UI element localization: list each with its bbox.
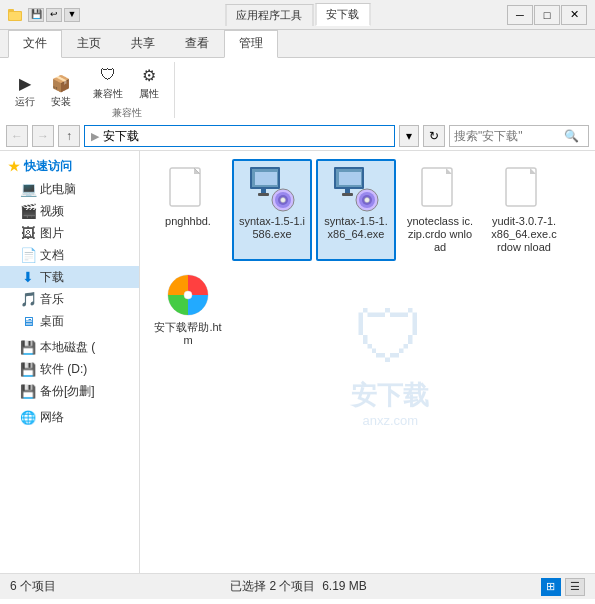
software-disk-icon: 💾 xyxy=(20,361,36,377)
sidebar-music-label: 音乐 xyxy=(40,291,64,308)
sidebar-video-label: 视频 xyxy=(40,203,64,220)
maximize-button[interactable]: □ xyxy=(534,5,560,25)
file-label-ynote: ynoteclass ic.zip.crdo wnload xyxy=(406,215,474,255)
props-label: 属性 xyxy=(139,87,159,101)
ribbon-install-btn[interactable]: 📦 安装 xyxy=(44,68,78,112)
file-area: 🛡 安下载 anxz.com pnghhbd. xyxy=(140,151,595,573)
undo-quick-btn[interactable]: ↩ xyxy=(46,8,62,22)
large-icon-view-btn[interactable]: ⊞ xyxy=(541,578,561,596)
file-label-yudit: yudit-3.0.7-1.x86_64.exe.crdow nload xyxy=(490,215,558,255)
tab-file[interactable]: 文件 xyxy=(8,30,62,58)
search-box[interactable]: 🔍 xyxy=(449,125,589,147)
tab-view[interactable]: 查看 xyxy=(170,30,224,57)
tab-home[interactable]: 主页 xyxy=(62,30,116,57)
window-controls: ─ □ ✕ xyxy=(507,5,587,25)
file-item-yudit[interactable]: yudit-3.0.7-1.x86_64.exe.crdow nload xyxy=(484,159,564,261)
svg-rect-2 xyxy=(9,12,21,20)
folder-title-icon xyxy=(8,7,24,23)
exe-icon-syntax-x86 xyxy=(332,165,380,213)
file-item-ynote[interactable]: ynoteclass ic.zip.crdo wnload xyxy=(400,159,480,261)
properties-quick-btn[interactable]: ▼ xyxy=(64,8,80,22)
run-label: 运行 xyxy=(15,95,35,109)
refresh-button[interactable]: ↻ xyxy=(423,125,445,147)
file-label-help: 安下载帮助.htm xyxy=(154,321,222,347)
sidebar-item-local-disk[interactable]: 💾 本地磁盘 ( xyxy=(0,336,139,358)
sidebar-pc-label: 此电脑 xyxy=(40,181,76,198)
status-bar: 6 个项目 已选择 2 个项目 6.19 MB ⊞ ☰ xyxy=(0,573,595,599)
sidebar-item-backup[interactable]: 💾 备份[勿删] xyxy=(0,380,139,402)
sidebar-pictures-label: 图片 xyxy=(40,225,64,242)
quick-access-label: 快速访问 xyxy=(24,158,72,175)
sidebar-network-label: 网络 xyxy=(40,409,64,426)
file-item-syntax-i586[interactable]: syntax-1.5-1.i586.exe xyxy=(232,159,312,261)
address-dropdown[interactable]: ▾ xyxy=(399,125,419,147)
sidebar-item-documents[interactable]: 📄 文档 xyxy=(0,244,139,266)
exe-icon-syntax-i586 xyxy=(248,165,296,213)
file-label-syntax-i586: syntax-1.5-1.i586.exe xyxy=(238,215,306,241)
sidebar-backup-label: 备份[勿删] xyxy=(40,383,95,400)
file-label-syntax-x86: syntax-1.5-1.x86_64.exe xyxy=(322,215,390,241)
sidebar-item-network[interactable]: 🌐 网络 xyxy=(0,406,139,428)
up-button[interactable]: ↑ xyxy=(58,125,80,147)
detail-view-btn[interactable]: ☰ xyxy=(565,578,585,596)
documents-icon: 📄 xyxy=(20,247,36,263)
backup-icon: 💾 xyxy=(20,383,36,399)
file-item-syntax-x86[interactable]: syntax-1.5-1.x86_64.exe xyxy=(316,159,396,261)
sidebar-item-pictures[interactable]: 🖼 图片 xyxy=(0,222,139,244)
local-disk-icon: 💾 xyxy=(20,339,36,355)
compat-label: 兼容性 xyxy=(93,87,123,101)
sidebar-item-downloads[interactable]: ⬇ 下载 xyxy=(0,266,139,288)
tab-download[interactable]: 安下载 xyxy=(315,3,370,26)
ribbon-group-label: 兼容性 xyxy=(112,106,142,120)
ribbon-properties-btn[interactable]: ⚙ 属性 xyxy=(132,60,166,104)
svg-point-19 xyxy=(184,291,192,299)
title-tabs: 应用程序工具 安下载 xyxy=(225,3,370,26)
file-item-pnghhbd[interactable]: pnghhbd. xyxy=(148,159,228,261)
minimize-button[interactable]: ─ xyxy=(507,5,533,25)
tab-share[interactable]: 共享 xyxy=(116,30,170,57)
ribbon-tabs: 文件 主页 共享 查看 管理 xyxy=(0,30,595,58)
watermark-sub: anxz.com xyxy=(351,413,429,428)
tab-manage[interactable]: 管理 xyxy=(224,30,278,58)
main-layout: ★ 快速访问 💻 此电脑 🎬 视频 🖼 图片 📄 文档 ⬇ 下载 🎵 音乐 🖥 xyxy=(0,151,595,573)
sidebar-downloads-label: 下载 xyxy=(40,269,64,286)
address-input[interactable]: ▶ 安下载 xyxy=(84,125,395,147)
back-button[interactable]: ← xyxy=(6,125,28,147)
search-icon: 🔍 xyxy=(564,129,579,143)
quick-access-toolbar: 💾 ↩ ▼ xyxy=(28,8,80,22)
network-icon: 🌐 xyxy=(20,409,36,425)
title-bar-left: 💾 ↩ ▼ xyxy=(8,7,80,23)
close-button[interactable]: ✕ xyxy=(561,5,587,25)
sidebar-item-music[interactable]: 🎵 音乐 xyxy=(0,288,139,310)
sidebar-item-video[interactable]: 🎬 视频 xyxy=(0,200,139,222)
watermark: 🛡 安下载 anxz.com xyxy=(351,296,429,428)
watermark-text: 安下载 xyxy=(351,378,429,413)
generic-file-icon-ynote xyxy=(416,165,464,213)
search-input[interactable] xyxy=(454,129,564,143)
forward-button[interactable]: → xyxy=(32,125,54,147)
svg-point-13 xyxy=(365,198,370,203)
save-quick-btn[interactable]: 💾 xyxy=(28,8,44,22)
compat-icon: 🛡 xyxy=(96,63,120,87)
ribbon-run-btn[interactable]: ▶ 运行 xyxy=(8,68,42,112)
quick-access-header[interactable]: ★ 快速访问 xyxy=(0,155,139,178)
tab-app-tools[interactable]: 应用程序工具 xyxy=(225,4,313,26)
sidebar-documents-label: 文档 xyxy=(40,247,64,264)
desktop-icon: 🖥 xyxy=(20,313,36,329)
star-icon: ★ xyxy=(8,159,20,174)
pc-icon: 💻 xyxy=(20,181,36,197)
sidebar-desktop-label: 桌面 xyxy=(40,313,64,330)
status-selected: 已选择 2 个项目 6.19 MB xyxy=(230,578,367,595)
address-bar: ← → ↑ ▶ 安下载 ▾ ↻ 🔍 xyxy=(0,122,595,151)
sidebar-item-software-d[interactable]: 💾 软件 (D:) xyxy=(0,358,139,380)
watermark-shield-icon: 🛡 xyxy=(351,296,429,378)
sidebar-item-desktop[interactable]: 🖥 桌面 xyxy=(0,310,139,332)
pictures-icon: 🖼 xyxy=(20,225,36,241)
install-label: 安装 xyxy=(51,95,71,109)
ribbon-content: ▶ 运行 📦 安装 🛡 兼容性 ⚙ 属性 兼容性 xyxy=(0,58,595,122)
file-item-help[interactable]: 安下载帮助.htm xyxy=(148,265,228,353)
sidebar-item-pc[interactable]: 💻 此电脑 xyxy=(0,178,139,200)
sidebar: ★ 快速访问 💻 此电脑 🎬 视频 🖼 图片 📄 文档 ⬇ 下载 🎵 音乐 🖥 xyxy=(0,151,140,573)
status-item-count: 6 个项目 xyxy=(10,578,56,595)
ribbon-compat-btn[interactable]: 🛡 兼容性 xyxy=(88,60,128,104)
